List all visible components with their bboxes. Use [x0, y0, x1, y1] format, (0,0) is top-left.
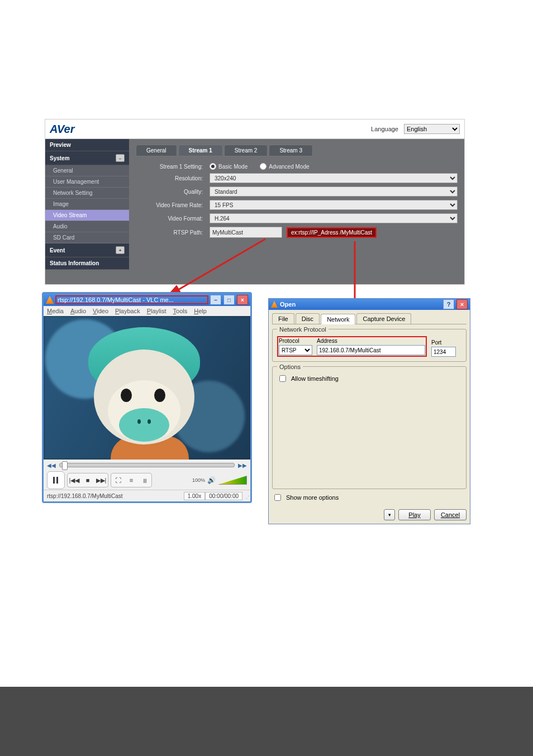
select-protocol[interactable]: RTSP	[279, 345, 312, 355]
vlc-controls: |◀◀ ■ ▶▶| ⛶ ≡ ⫼ 100% 🔊	[44, 471, 250, 490]
seek-fwd-icon[interactable]: ▶▶	[238, 462, 247, 468]
status-playback-rate: 1.00x	[184, 492, 205, 500]
menu-media[interactable]: Media	[47, 308, 64, 314]
tab-general[interactable]: General	[136, 145, 177, 156]
select-resolution[interactable]: 320x240	[210, 173, 458, 183]
sidebar-item-image[interactable]: Image	[45, 199, 129, 210]
radio-advanced-label: Advanced Mode	[269, 164, 309, 170]
play-pause-button[interactable]	[47, 471, 65, 489]
vlc-player-window: rtsp://192.168.0.7/MyMultiCast - VLC me.…	[42, 292, 252, 503]
vlc-cone-icon	[46, 296, 54, 304]
checkbox-timeshifting-box[interactable]	[279, 375, 286, 382]
menu-audio[interactable]: Audio	[70, 308, 86, 314]
label-rtsp-path: RTSP Path:	[136, 229, 210, 236]
collapse-icon[interactable]: –	[116, 154, 125, 162]
dialog-help-button[interactable]: ?	[443, 299, 454, 309]
seek-back-icon[interactable]: ◀◀	[47, 462, 56, 468]
label-port: Port	[431, 339, 461, 346]
dialog-tab-network[interactable]: Network	[321, 314, 355, 324]
sidebar-item-network-setting[interactable]: Network Setting	[45, 188, 129, 199]
status-time: 00:00/00:00	[205, 492, 242, 500]
stream-tabs: General Stream 1 Stream 2 Stream 3	[136, 145, 458, 156]
dialog-tabs: File Disc Network Capture Device	[272, 313, 467, 324]
dialog-tab-disc[interactable]: Disc	[296, 313, 320, 324]
radio-advanced-mode[interactable]: Advanced Mode	[260, 163, 309, 170]
input-rtsp-path[interactable]	[210, 227, 282, 238]
label-video-format: Video Format:	[136, 216, 210, 222]
sidebar-item-general[interactable]: General	[45, 165, 129, 176]
play-dropdown-button[interactable]: ▾	[384, 509, 395, 520]
language-select[interactable]: English	[404, 124, 460, 134]
cancel-button[interactable]: Cancel	[434, 509, 467, 520]
vlc-cone-icon	[271, 301, 278, 308]
svg-rect-2	[53, 477, 55, 484]
tab-stream2[interactable]: Stream 2	[224, 145, 268, 156]
vlc-status-bar: rtsp://192.168.0.7/MyMultiCast 1.00x 00:…	[44, 490, 250, 501]
menu-playlist[interactable]: Playlist	[147, 308, 166, 314]
legend-options: Options	[277, 363, 303, 370]
fieldset-options: Options Allow timeshifting	[272, 366, 467, 489]
sidebar-item-user-management[interactable]: User Management	[45, 176, 129, 188]
maximize-button[interactable]: □	[223, 295, 235, 305]
playlist-button[interactable]: ≡	[125, 473, 138, 487]
expand-icon[interactable]: +	[116, 246, 125, 254]
camera-header: AVer Language English	[45, 119, 464, 139]
checkbox-timeshifting-label: Allow timeshifting	[291, 375, 339, 382]
stop-button[interactable]: ■	[81, 473, 94, 487]
sidebar-event-label: Event	[50, 247, 65, 253]
dialog-footer: ▾ Play Cancel	[269, 506, 470, 524]
sidebar-section-preview[interactable]: Preview	[45, 139, 129, 151]
menu-help[interactable]: Help	[194, 308, 207, 314]
fullscreen-button[interactable]: ⛶	[111, 473, 125, 487]
select-video-format[interactable]: H.264	[210, 213, 458, 223]
next-button[interactable]: ▶▶|	[94, 473, 108, 487]
input-address[interactable]	[317, 345, 425, 355]
sidebar-item-video-stream[interactable]: Video Stream	[45, 210, 129, 221]
minimize-button[interactable]: –	[210, 295, 221, 305]
seek-thumb[interactable]	[62, 461, 68, 470]
checkbox-timeshifting[interactable]: Allow timeshifting	[277, 374, 461, 384]
radio-basic-mode[interactable]: Basic Mode	[210, 163, 248, 170]
speaker-icon[interactable]: 🔊	[207, 476, 216, 484]
tab-stream1[interactable]: Stream 1	[178, 145, 223, 156]
checkbox-more-options-box[interactable]	[274, 494, 281, 501]
tab-stream3[interactable]: Stream 3	[269, 145, 313, 156]
label-protocol: Protocol	[279, 338, 312, 344]
sidebar-item-audio[interactable]: Audio	[45, 221, 129, 232]
page-footer-band	[0, 687, 533, 756]
sidebar-item-sd-card[interactable]: SD Card	[45, 232, 129, 243]
play-button[interactable]: Play	[398, 509, 431, 520]
equalizer-button[interactable]: ⫼	[138, 473, 151, 487]
vlc-video-area[interactable]	[44, 316, 250, 460]
dialog-tab-capture[interactable]: Capture Device	[356, 313, 411, 324]
vlc-seek-bar: ◀◀ ▶▶	[44, 460, 250, 471]
checkbox-more-options-label: Show more options	[286, 494, 339, 501]
dialog-title-bar[interactable]: Open ? ×	[269, 299, 470, 310]
close-button[interactable]: ×	[237, 295, 248, 305]
select-quality[interactable]: Standard	[210, 186, 458, 197]
menu-playback[interactable]: Playback	[115, 308, 140, 314]
sidebar: Preview System – General User Management…	[45, 139, 129, 284]
label-frame-rate: Video Frame Rate:	[136, 202, 210, 208]
vlc-menu-bar: Media Audio Video Playback Playlist Tool…	[44, 306, 250, 316]
main-panel: General Stream 1 Stream 2 Stream 3 Strea…	[129, 139, 464, 284]
menu-tools[interactable]: Tools	[173, 308, 188, 314]
dialog-close-button[interactable]: ×	[456, 299, 468, 309]
checkbox-show-more-options[interactable]: Show more options	[272, 492, 467, 503]
resize-grip-icon[interactable]: ⋰	[242, 493, 250, 499]
input-port[interactable]	[431, 347, 456, 357]
vlc-window-title: rtsp://192.168.0.7/MyMultiCast - VLC me.…	[56, 296, 208, 304]
sidebar-section-status[interactable]: Status Information	[45, 257, 129, 270]
fieldset-network-protocol: Network Protocol Protocol RTSP Address P…	[272, 329, 467, 362]
vlc-title-bar[interactable]: rtsp://192.168.0.7/MyMultiCast - VLC me.…	[44, 294, 250, 306]
sidebar-section-event[interactable]: Event +	[45, 243, 129, 257]
volume-slider[interactable]	[218, 476, 247, 485]
sidebar-section-system[interactable]: System –	[45, 151, 129, 165]
seek-track[interactable]	[59, 463, 235, 467]
rtsp-example-hint: ex:rtsp://IP_Adress /MyMultiCast	[287, 227, 377, 238]
menu-video[interactable]: Video	[93, 308, 108, 314]
select-frame-rate[interactable]: 15 FPS	[210, 200, 458, 210]
dialog-tab-file[interactable]: File	[272, 313, 294, 324]
sidebar-system-label: System	[50, 155, 70, 161]
previous-button[interactable]: |◀◀	[68, 473, 81, 487]
